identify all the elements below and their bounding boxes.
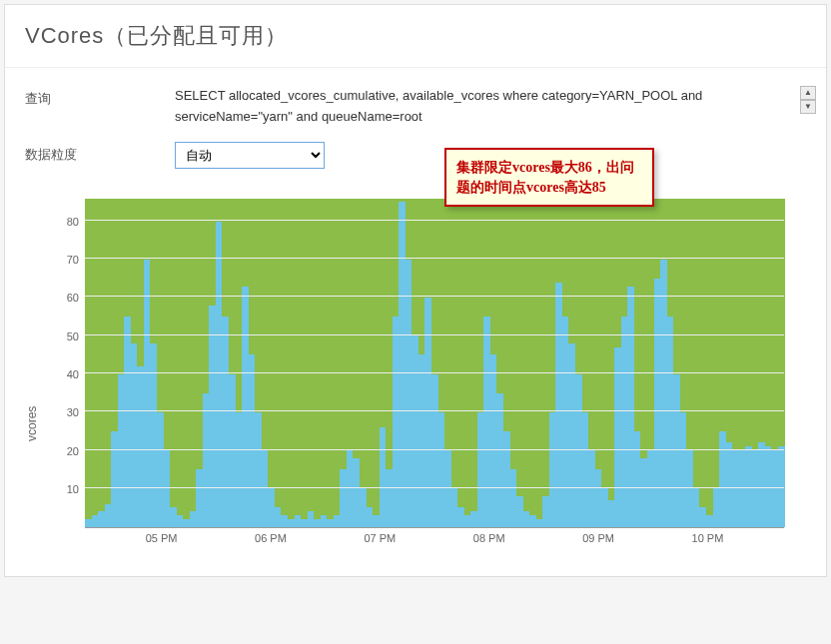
gridline (85, 449, 784, 450)
available-segment (778, 199, 785, 447)
x-tick: 06 PM (255, 532, 287, 544)
panel-title: VCores（已分配且可用） (5, 5, 826, 68)
data-column (778, 199, 785, 527)
stacked-bars (85, 199, 784, 527)
gridline (85, 410, 784, 411)
y-axis: 1020304050607080 (45, 199, 85, 528)
gridline (85, 220, 784, 221)
chart: vcores 1020304050607080 (25, 199, 806, 528)
granularity-select[interactable]: 自动 (175, 142, 325, 169)
query-row: 查询 SELECT allocated_vcores_cumulative, a… (25, 86, 806, 128)
stepper-down-button[interactable]: ▼ (800, 100, 816, 114)
granularity-label: 数据粒度 (25, 142, 175, 164)
x-tick: 10 PM (692, 532, 724, 544)
y-tick: 20 (67, 445, 79, 457)
query-label: 查询 (25, 86, 175, 108)
gridline (85, 334, 784, 335)
gridline (85, 296, 784, 297)
gridline (85, 258, 784, 259)
y-tick: 30 (67, 406, 79, 418)
x-tick: 09 PM (582, 532, 614, 544)
granularity-row: 数据粒度 自动 (25, 142, 806, 169)
y-tick: 50 (67, 330, 79, 342)
query-text: SELECT allocated_vcores_cumulative, avai… (175, 86, 806, 128)
y-tick: 10 (67, 483, 79, 495)
y-tick: 70 (67, 254, 79, 266)
panel-body: ▲ ▼ 查询 SELECT allocated_vcores_cumulativ… (5, 68, 826, 576)
y-axis-label: vcores (25, 199, 45, 528)
x-tick: 05 PM (146, 532, 178, 544)
x-axis: 05 PM06 PM07 PM08 PM09 PM10 PM (85, 528, 784, 552)
vcores-panel: VCores（已分配且可用） ▲ ▼ 查询 SELECT allocated_v… (4, 4, 827, 577)
stepper-up-button[interactable]: ▲ (800, 86, 816, 100)
gridline (85, 487, 784, 488)
y-tick: 80 (67, 216, 79, 228)
x-tick: 07 PM (364, 532, 396, 544)
x-tick: 08 PM (473, 532, 505, 544)
y-tick: 40 (67, 368, 79, 380)
gridline (85, 372, 784, 373)
annotation-callout: 集群限定vcores最大86，出问题的时间点vcores高达85 (444, 148, 654, 207)
plot-area (85, 199, 784, 528)
y-tick: 60 (67, 292, 79, 304)
value-stepper: ▲ ▼ (800, 86, 816, 114)
